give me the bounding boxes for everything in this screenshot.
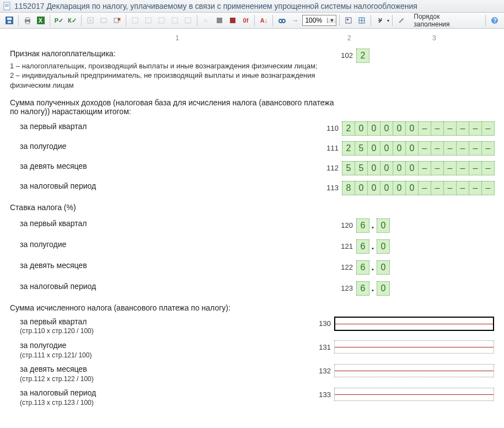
income-digit-cell[interactable]: – bbox=[443, 141, 457, 156]
income-digit-cell[interactable]: 0 bbox=[405, 161, 419, 175]
income-digit-cell[interactable]: – bbox=[431, 181, 444, 195]
income-digit-cell[interactable]: 2 bbox=[342, 121, 355, 136]
income-digit-cell[interactable]: 0 bbox=[380, 161, 393, 175]
income-row-code: 110 bbox=[321, 121, 342, 132]
income-digit-cell[interactable]: 0 bbox=[367, 141, 380, 156]
rate-row-code: 121 bbox=[335, 239, 356, 250]
calc-value-field[interactable] bbox=[334, 317, 494, 331]
window-title: 1152017 Декларация по налогу, уплачиваем… bbox=[14, 2, 417, 10]
svg-point-23 bbox=[282, 19, 285, 23]
income-digit-cell[interactable]: 8 bbox=[342, 181, 355, 195]
income-digit-cell[interactable]: 0 bbox=[355, 181, 368, 195]
print-icon[interactable] bbox=[22, 14, 34, 26]
recalc-k-icon[interactable]: К✓ bbox=[66, 14, 78, 26]
income-digit-cell[interactable]: 0 bbox=[380, 181, 393, 195]
income-digit-cell[interactable]: 0 bbox=[393, 141, 406, 156]
income-digit-cell[interactable]: – bbox=[443, 121, 457, 136]
income-digit-cell[interactable]: 0 bbox=[405, 181, 419, 195]
income-digit-cell[interactable]: 0 bbox=[367, 161, 380, 175]
rate-frac-cell[interactable]: 0 bbox=[377, 239, 390, 254]
nav-arrow-icon[interactable]: → bbox=[289, 14, 301, 26]
toolbar-remove-icon[interactable] bbox=[111, 14, 123, 26]
income-digit-cell[interactable]: – bbox=[469, 141, 482, 156]
rate-int-cell[interactable]: 6 bbox=[356, 218, 369, 233]
income-digit-cell[interactable]: – bbox=[418, 161, 431, 175]
income-digit-cell[interactable]: – bbox=[418, 141, 431, 156]
income-digit-cell[interactable]: – bbox=[443, 181, 457, 195]
svg-rect-2 bbox=[5, 5, 9, 6]
fill-red-icon[interactable] bbox=[227, 14, 239, 26]
rate-frac-cell[interactable]: 0 bbox=[377, 260, 390, 275]
zoom-input[interactable] bbox=[303, 17, 327, 24]
income-digit-cell[interactable]: 0 bbox=[380, 141, 393, 156]
toolbar-icon-9[interactable] bbox=[200, 14, 212, 26]
income-digit-cell[interactable]: 0 bbox=[355, 121, 368, 136]
zoom-dropdown-icon[interactable]: ▼ bbox=[327, 18, 336, 23]
income-digit-cell[interactable]: – bbox=[443, 161, 457, 175]
calc-value-field[interactable] bbox=[334, 364, 494, 377]
income-digit-cell[interactable]: 0 bbox=[393, 161, 406, 175]
toolbar-icon-5[interactable] bbox=[142, 14, 154, 26]
rate-int-cell[interactable]: 6 bbox=[356, 239, 369, 254]
rate-frac-cell[interactable]: 0 bbox=[377, 281, 390, 296]
strikethrough-icon[interactable]: У bbox=[374, 14, 386, 26]
toolbar-icon-7[interactable] bbox=[169, 14, 181, 26]
strike-dropdown-icon[interactable]: ▾ bbox=[387, 18, 389, 23]
toolbar-icon-11[interactable] bbox=[356, 14, 368, 26]
income-digit-cell[interactable]: 5 bbox=[342, 161, 355, 175]
excel-icon[interactable]: X bbox=[35, 14, 47, 26]
save-icon[interactable] bbox=[3, 14, 15, 26]
income-digit-cell[interactable]: – bbox=[469, 181, 482, 195]
income-digit-cell[interactable]: 0 bbox=[380, 121, 393, 136]
calc-value-field[interactable] bbox=[334, 388, 494, 401]
income-digit-cell[interactable]: 0 bbox=[367, 181, 380, 195]
income-digit-cell[interactable]: 0 bbox=[393, 181, 406, 195]
income-digit-cell[interactable]: – bbox=[481, 161, 495, 175]
income-digit-cell[interactable]: 0 bbox=[367, 121, 380, 136]
income-digit-cell[interactable]: 2 bbox=[342, 141, 355, 156]
calc-value-field[interactable] bbox=[334, 340, 494, 354]
calc-row-label: за полугодие bbox=[20, 340, 307, 351]
wand-icon[interactable] bbox=[395, 14, 408, 26]
rate-int-cell[interactable]: 6 bbox=[356, 260, 369, 275]
toolbar-icon-6[interactable] bbox=[156, 14, 168, 26]
income-digit-cell[interactable]: – bbox=[481, 141, 495, 156]
income-digit-cell[interactable]: – bbox=[481, 121, 495, 136]
income-digit-cell[interactable]: 0 bbox=[405, 141, 419, 156]
income-digit-cell[interactable]: – bbox=[469, 121, 482, 136]
income-digit-cell[interactable]: – bbox=[456, 121, 469, 136]
income-digit-cell[interactable]: 5 bbox=[355, 141, 368, 156]
toolbar-icon-4[interactable] bbox=[129, 14, 141, 26]
income-digit-cell[interactable]: – bbox=[456, 161, 469, 175]
income-digit-cell[interactable]: – bbox=[418, 121, 431, 136]
rate-frac-cell[interactable]: 0 bbox=[377, 218, 390, 233]
income-digit-cell[interactable]: – bbox=[418, 181, 431, 195]
toolbar-icon-1[interactable] bbox=[84, 14, 96, 26]
toolbar-icon-8[interactable] bbox=[182, 14, 194, 26]
income-digit-cell[interactable]: – bbox=[431, 161, 444, 175]
rate-int-cell[interactable]: 6 bbox=[356, 281, 369, 296]
income-digit-cell[interactable]: – bbox=[456, 181, 469, 195]
help-icon[interactable]: ? bbox=[489, 14, 501, 26]
toolbar-icon-10[interactable] bbox=[342, 14, 355, 26]
income-digit-cell[interactable]: 0 bbox=[405, 121, 419, 136]
income-digit-cell[interactable]: 5 bbox=[355, 161, 368, 175]
format-icon[interactable]: 0f bbox=[240, 14, 252, 26]
zoom-select[interactable]: ▼ bbox=[302, 15, 336, 26]
rate-row-code: 123 bbox=[335, 281, 356, 292]
income-digit-cell[interactable]: – bbox=[431, 141, 444, 156]
income-digit-cell[interactable]: – bbox=[456, 141, 469, 156]
fill-gray-icon[interactable] bbox=[213, 14, 226, 26]
rate-row-label: за полугодие bbox=[10, 239, 335, 250]
recalc-p-icon[interactable]: Р✓ bbox=[53, 14, 65, 26]
income-digit-cell[interactable]: – bbox=[431, 121, 444, 136]
income-digit-cell[interactable]: – bbox=[481, 181, 495, 195]
calc-row-code: 133 bbox=[314, 388, 334, 399]
income-digit-cell[interactable]: – bbox=[469, 161, 482, 175]
toolbar-icon-2[interactable] bbox=[98, 14, 110, 26]
sign-value-cell[interactable]: 2 bbox=[356, 49, 369, 63]
font-icon[interactable]: A↓ bbox=[258, 14, 270, 26]
income-digit-cell[interactable]: 0 bbox=[393, 121, 406, 136]
fill-order-button[interactable]: Порядок заполнения bbox=[409, 14, 482, 26]
binoculars-icon[interactable] bbox=[276, 14, 288, 26]
